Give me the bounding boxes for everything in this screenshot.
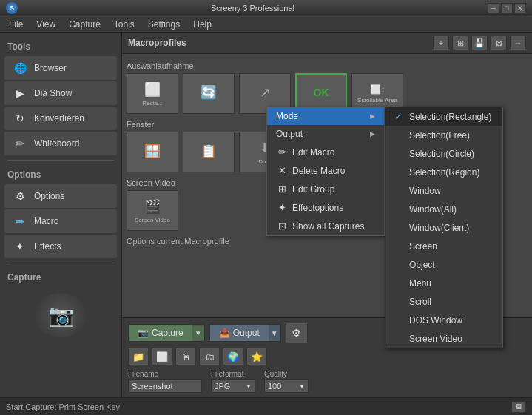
sidebar-whiteboard-label: Whiteboard [34, 138, 79, 149]
menu-file[interactable]: File [3, 18, 29, 31]
sub-item-label-12: Screen Video [409, 334, 462, 344]
thumb-window2[interactable]: 📋 [183, 132, 235, 172]
sidebar: Tools 🌐 Browser ▶ Dia Show ↻ Konvertiere… [0, 33, 122, 397]
sub-selection-rect[interactable]: ✓ Selection(Rectangle) [385, 107, 502, 126]
edit-macro-icon: ✏ [276, 146, 288, 158]
check-icon-9: ✓ [394, 259, 405, 270]
ctx-edit-macro-label: Edit Macro [292, 147, 334, 158]
icon-btn-4[interactable]: 🗂 [199, 348, 220, 365]
sidebar-item-macro[interactable]: ➡ Macro [4, 209, 117, 233]
ctx-delete-macro[interactable]: ✕ Delete Macro [267, 161, 384, 180]
rect-icon: ⬜ [144, 81, 161, 98]
sidebar-divider-1 [7, 160, 114, 161]
fileformat-arrow: ▼ [246, 383, 252, 390]
sidebar-item-konvertieren[interactable]: ↻ Konvertieren [4, 107, 117, 130]
output-icon: 📤 [219, 328, 230, 338]
menu-help[interactable]: Help [187, 18, 218, 31]
check-icon-1: ✓ [394, 111, 405, 122]
menu-capture[interactable]: Capture [63, 18, 107, 31]
output-dropdown-arrow[interactable]: ▼ [269, 326, 280, 340]
sub-selection-circle[interactable]: ✓ Selection(Circle) [385, 144, 502, 163]
output-button[interactable]: 📤 Output [210, 325, 269, 341]
menu-settings[interactable]: Settings [142, 18, 186, 31]
icon-btn-2[interactable]: ⬜ [152, 348, 172, 365]
fileformat-value: JPG [215, 382, 244, 391]
sidebar-options-label: Options [34, 191, 64, 201]
scroll-area-label: Scrollable Area [357, 97, 397, 104]
capture-dropdown-arrow[interactable]: ▼ [192, 326, 204, 340]
context-menu[interactable]: Mode ▶ Output ▶ ✏ Edit Macro ✕ Delete Ma… [266, 107, 385, 236]
sub-window[interactable]: ✓ Window [385, 181, 502, 200]
sidebar-konvertieren-label: Konvertieren [34, 113, 84, 124]
sub-scroll[interactable]: ✓ Scroll [385, 292, 502, 311]
sidebar-item-whiteboard[interactable]: ✏ Whiteboard [4, 132, 117, 155]
ctx-effectoptions-label: Effectoptions [292, 203, 343, 213]
fileformat-select[interactable]: JPG ▼ [211, 379, 255, 393]
edit-group-icon: ⊞ [276, 183, 288, 195]
sidebar-item-browser[interactable]: 🌐 Browser [4, 56, 117, 80]
sub-selection-region[interactable]: ✓ Selection(Region) [385, 163, 502, 181]
window1-icon: 🪟 [144, 143, 161, 159]
check-icon-13: ✓ [394, 333, 405, 344]
ctx-effectoptions[interactable]: ✦ Effectoptions [267, 198, 384, 217]
sub-selection-free[interactable]: ✓ Selection(Free) [385, 126, 502, 144]
grid-view-button[interactable]: ⊞ [452, 36, 468, 50]
sub-item-label-9: Menu [409, 278, 431, 289]
ctx-mode[interactable]: Mode ▶ [267, 107, 384, 125]
effectoptions-icon: ✦ [276, 202, 288, 213]
icon-btn-5[interactable]: 🌍 [223, 348, 243, 365]
icon-btn-1[interactable]: 📁 [128, 348, 149, 365]
menu-view[interactable]: View [30, 18, 61, 31]
capture-camera-area: 📷 [0, 286, 121, 345]
sidebar-divider-2 [7, 263, 114, 263]
ctx-edit-group[interactable]: ⊞ Edit Group [267, 180, 384, 198]
thumb-rectangle[interactable]: ⬜ Recta... [127, 73, 178, 114]
app-logo: S [6, 2, 18, 14]
toolbar-row2: 📁 ⬜ 🖱 🗂 🌍 ⭐ [128, 348, 526, 365]
sub-screen[interactable]: ✓ Screen [385, 237, 502, 255]
sub-window-client[interactable]: ✓ Window(Client) [385, 218, 502, 237]
menu-tools[interactable]: Tools [108, 18, 141, 31]
sub-screen-video[interactable]: ✓ Screen Video [385, 329, 502, 348]
add-macro-button[interactable]: + [433, 36, 449, 50]
sub-menu-mode[interactable]: ✓ Selection(Rectangle) ✓ Selection(Free)… [385, 107, 503, 348]
sub-dos-window[interactable]: ✓ DOS Window [385, 311, 502, 329]
sidebar-item-diashow[interactable]: ▶ Dia Show [4, 81, 117, 105]
check-icon-4: ✓ [394, 166, 405, 178]
sub-object[interactable]: ✓ Object [385, 255, 502, 274]
tools-section-label: Tools [0, 37, 121, 55]
quality-select[interactable]: 100 ▼ [264, 379, 309, 393]
filename-input[interactable] [128, 379, 202, 393]
icon-btn-3[interactable]: 🖱 [175, 348, 196, 365]
sidebar-effects-label: Effects [34, 241, 61, 252]
icon-btn-6[interactable]: ⭐ [246, 348, 267, 365]
minimize-button[interactable]: ─ [488, 3, 499, 13]
scroll-area-icon: ⬜↕ [370, 84, 385, 95]
maximize-button[interactable]: □ [501, 3, 513, 13]
whiteboard-icon: ✏ [12, 135, 28, 152]
export-button[interactable]: → [510, 36, 526, 50]
capture-icon: 📷 [138, 328, 149, 338]
ctx-show-captures[interactable]: ⊡ Show all Captures [267, 217, 384, 235]
thumb-rotate[interactable]: 🔄 [183, 73, 235, 114]
status-text: Start Capture: Print Screen Key [6, 402, 120, 411]
sidebar-item-options[interactable]: ⚙ Options [4, 184, 117, 208]
settings-gear-button[interactable]: ⚙ [286, 323, 308, 343]
sub-window-all[interactable]: ✓ Window(All) [385, 200, 502, 218]
screen-video-label: Screen Video [135, 217, 170, 223]
thumb-screen-video[interactable]: 🎬 Screen Video [127, 190, 178, 231]
browser-icon: 🌐 [12, 60, 28, 76]
macroprofiles-title: Macroprofiles [128, 38, 186, 48]
close-button[interactable]: ✕ [514, 3, 526, 13]
ctx-output[interactable]: Output ▶ [267, 125, 384, 143]
save-button[interactable]: 💾 [471, 36, 488, 50]
sub-menu-item[interactable]: ✓ Menu [385, 274, 502, 292]
auswahlaufnahme-title: Auswahlaufnahme [127, 61, 528, 70]
check-icon-2: ✓ [394, 129, 405, 141]
effects-icon: ✦ [12, 238, 28, 254]
sidebar-item-effects[interactable]: ✦ Effects [4, 235, 117, 258]
ctx-edit-macro[interactable]: ✏ Edit Macro [267, 143, 384, 161]
thumb-window1[interactable]: 🪟 [127, 132, 178, 172]
delete-button[interactable]: ⊠ [491, 36, 507, 50]
capture-button[interactable]: 📷 Capture [129, 325, 192, 341]
